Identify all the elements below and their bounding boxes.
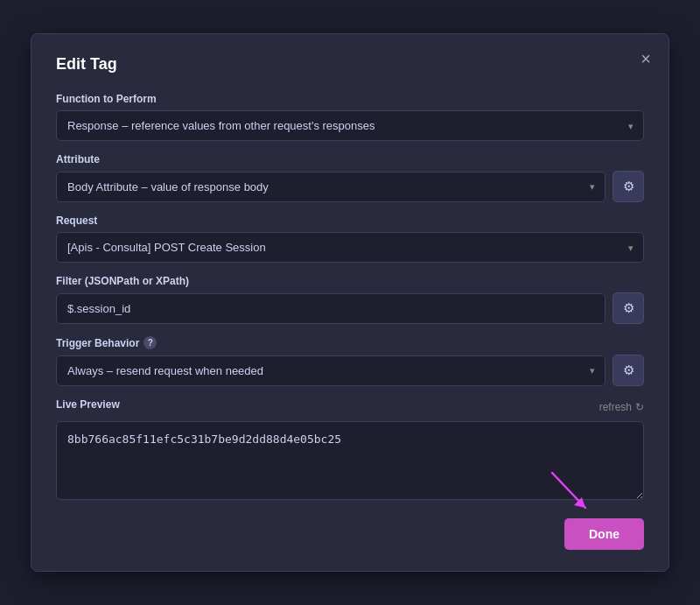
attribute-select-container: Body Attribute – value of response body [56, 172, 606, 202]
attribute-row: Body Attribute – value of response body … [56, 171, 644, 202]
live-preview-label: Live Preview [56, 398, 120, 411]
function-select[interactable]: Response – reference values from other r… [56, 110, 644, 141]
close-button[interactable]: × [640, 50, 651, 67]
trigger-field-group: Trigger Behavior ? Always – resend reque… [56, 336, 644, 386]
edit-tag-modal: Edit Tag × Function to Perform Response … [31, 33, 669, 572]
attribute-select[interactable]: Body Attribute – value of response body [56, 172, 606, 202]
trigger-select[interactable]: Always – resend request when needed [56, 355, 606, 386]
request-select-container: [Apis - Consulta] POST Create Session [56, 232, 644, 263]
request-label: Request [56, 215, 644, 227]
request-field-group: Request [Apis - Consulta] POST Create Se… [56, 215, 644, 263]
function-label: Function to Perform [56, 93, 644, 105]
live-preview-header: Live Preview refresh ↻ [56, 398, 644, 416]
gear-icon: ⚙ [623, 179, 634, 194]
refresh-label: refresh [599, 401, 632, 413]
live-preview-group: Live Preview refresh ↻ [56, 398, 644, 503]
filter-label: Filter (JSONPath or XPath) [56, 275, 644, 287]
request-select[interactable]: [Apis - Consulta] POST Create Session [56, 232, 644, 263]
attribute-label: Attribute [56, 153, 644, 165]
live-preview-textarea[interactable] [56, 421, 644, 500]
filter-gear-button[interactable]: ⚙ [612, 292, 644, 324]
filter-field-group: Filter (JSONPath or XPath) ⚙ [56, 275, 644, 324]
modal-title: Edit Tag [56, 55, 644, 74]
trigger-help-icon[interactable]: ? [144, 336, 157, 349]
trigger-row: Always – resend request when needed ⚙ [56, 355, 644, 386]
filter-row: ⚙ [56, 292, 644, 324]
trigger-gear-button[interactable]: ⚙ [612, 355, 644, 386]
gear-icon-trigger: ⚙ [623, 362, 634, 378]
trigger-label: Trigger Behavior ? [56, 336, 644, 349]
function-select-container: Response – reference values from other r… [56, 110, 644, 141]
refresh-icon: ↻ [635, 401, 644, 413]
gear-icon-filter: ⚙ [623, 300, 634, 316]
function-field-group: Function to Perform Response – reference… [56, 93, 644, 141]
modal-footer: Done [56, 518, 644, 550]
attribute-field-group: Attribute Body Attribute – value of resp… [56, 153, 644, 202]
filter-input[interactable] [56, 293, 606, 324]
refresh-button[interactable]: refresh ↻ [599, 401, 644, 413]
trigger-select-container: Always – resend request when needed [56, 355, 606, 386]
done-button[interactable]: Done [564, 518, 644, 550]
attribute-gear-button[interactable]: ⚙ [612, 171, 644, 202]
overlay: Edit Tag × Function to Perform Response … [0, 0, 700, 605]
